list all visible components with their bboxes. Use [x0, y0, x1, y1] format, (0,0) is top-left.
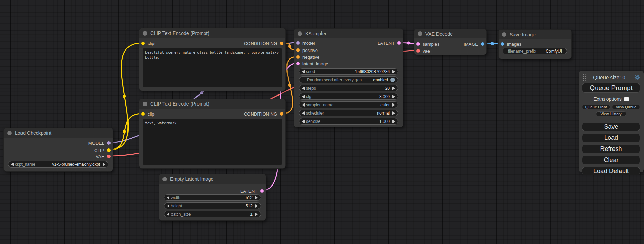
increment-arrow-icon[interactable]: [255, 213, 258, 216]
decrement-arrow-icon[interactable]: [11, 163, 14, 166]
view-history-button[interactable]: View History: [596, 111, 626, 116]
increment-arrow-icon[interactable]: [392, 87, 395, 90]
node-empty-latent-image[interactable]: Empty Latent Image LATENT width 512 heig…: [159, 174, 266, 221]
extra-options-label: Extra options: [593, 96, 622, 102]
output-port-image[interactable]: [481, 42, 484, 46]
output-port-conditioning[interactable]: [280, 42, 283, 45]
increment-arrow-icon[interactable]: [392, 103, 395, 107]
output-label-conditioning: CONDITIONING: [244, 41, 277, 46]
prompt-textarea[interactable]: beautiful scenery nature glass bottle la…: [143, 48, 282, 87]
increment-arrow-icon[interactable]: [103, 163, 105, 166]
widget-width[interactable]: width 512: [164, 194, 261, 201]
prompt-textarea[interactable]: text, watermark: [143, 119, 282, 165]
output-label-conditioning: CONDITIONING: [244, 111, 277, 117]
widget-height[interactable]: height 512: [164, 202, 261, 209]
node-ksampler[interactable]: KSampler model LATENT positive negative …: [294, 28, 403, 127]
node-title-bar[interactable]: CLIP Text Encode (Prompt): [139, 28, 285, 38]
queue-front-button[interactable]: Queue Front: [582, 105, 610, 109]
node-title-bar[interactable]: Save Image: [499, 30, 571, 39]
clear-button[interactable]: Clear: [582, 156, 640, 164]
decrement-arrow-icon[interactable]: [302, 111, 305, 115]
input-port-negative[interactable]: [296, 55, 300, 59]
input-port-images[interactable]: [501, 42, 504, 46]
widget-label: ckpt_name: [15, 162, 35, 167]
input-port-clip[interactable]: [141, 112, 145, 116]
toggle-knob-icon[interactable]: [390, 78, 395, 82]
widget-value: 512: [246, 195, 253, 200]
output-row-clip: CLIP: [4, 147, 113, 154]
decrement-arrow-icon[interactable]: [302, 103, 305, 107]
node-vae-decode[interactable]: VAE Decode samples IMAGE vae: [414, 29, 487, 55]
increment-arrow-icon[interactable]: [392, 120, 395, 123]
output-port-latent[interactable]: [260, 189, 264, 193]
widget-seed[interactable]: seed 156680208700286: [299, 68, 398, 75]
node-title: VAE Decode: [425, 31, 453, 37]
collapse-dot-icon[interactable]: [298, 31, 302, 36]
decrement-arrow-icon[interactable]: [302, 70, 305, 73]
decrement-arrow-icon[interactable]: [302, 87, 305, 90]
widget-scheduler[interactable]: scheduler normal: [299, 110, 398, 116]
node-title-bar[interactable]: KSampler: [294, 29, 403, 38]
input-port-model[interactable]: [296, 41, 300, 45]
output-label-model: MODEL: [88, 141, 104, 146]
input-row-vae: vae: [414, 47, 486, 54]
output-port-vae[interactable]: [107, 155, 111, 158]
increment-arrow-icon[interactable]: [392, 111, 395, 115]
widget-value: ComfyUI: [546, 49, 562, 54]
input-label-clip: clip: [148, 111, 155, 117]
decrement-arrow-icon[interactable]: [167, 204, 169, 208]
decrement-arrow-icon[interactable]: [302, 120, 305, 123]
load-default-button[interactable]: Load Default: [582, 167, 640, 175]
widget-batch-size[interactable]: batch_size 1: [164, 211, 261, 217]
input-port-latent-image[interactable]: [296, 62, 300, 65]
node-title: Save Image: [510, 32, 536, 37]
node-clip-text-encode-negative[interactable]: CLIP Text Encode (Prompt) clip CONDITION…: [139, 99, 286, 169]
widget-cfg[interactable]: cfg 8.000: [299, 93, 398, 100]
collapse-dot-icon[interactable]: [143, 102, 147, 106]
widget-filename-prefix[interactable]: filename_prefix ComfyUI: [503, 48, 567, 54]
collapse-dot-icon[interactable]: [162, 177, 167, 181]
node-title-bar[interactable]: VAE Decode: [414, 29, 486, 38]
node-load-checkpoint[interactable]: Load Checkpoint MODEL CLIP VAE ckpt_name…: [3, 128, 113, 172]
output-port-model[interactable]: [107, 141, 111, 145]
increment-arrow-icon[interactable]: [392, 70, 395, 73]
node-title-bar[interactable]: Load Checkpoint: [4, 128, 113, 138]
widget-denoise[interactable]: denoise 1.000: [299, 118, 398, 125]
increment-arrow-icon[interactable]: [255, 204, 258, 208]
node-clip-text-encode-positive[interactable]: CLIP Text Encode (Prompt) clip CONDITION…: [139, 28, 286, 91]
slot-row: samples IMAGE: [414, 40, 486, 47]
increment-arrow-icon[interactable]: [255, 196, 258, 199]
load-button[interactable]: Load: [582, 134, 640, 142]
input-port-vae[interactable]: [416, 49, 420, 53]
node-title-bar[interactable]: Empty Latent Image: [159, 174, 266, 184]
output-port-clip[interactable]: [107, 148, 111, 152]
widget-ckpt-name[interactable]: ckpt_name v1-5-pruned-emaonly.ckpt: [8, 161, 108, 168]
extra-options-checkbox[interactable]: [624, 97, 629, 101]
decrement-arrow-icon[interactable]: [167, 213, 169, 216]
node-save-image[interactable]: Save Image images filename_prefix ComfyU…: [498, 29, 572, 59]
input-port-positive[interactable]: [296, 48, 300, 52]
save-button[interactable]: Save: [582, 123, 640, 131]
collapse-dot-icon[interactable]: [7, 131, 12, 135]
collapse-dot-icon[interactable]: [143, 31, 147, 36]
increment-arrow-icon[interactable]: [392, 95, 395, 98]
view-queue-button[interactable]: View Queue: [612, 105, 641, 109]
collapse-dot-icon[interactable]: [418, 31, 422, 36]
widget-label: denoise: [306, 119, 320, 124]
input-port-samples[interactable]: [416, 42, 420, 46]
widget-label: scheduler: [306, 111, 324, 116]
widget-value: 8.000: [379, 94, 390, 99]
output-port-latent[interactable]: [397, 41, 401, 45]
settings-gear-icon[interactable]: [634, 74, 640, 80]
widget-steps[interactable]: steps 20: [299, 85, 398, 91]
decrement-arrow-icon[interactable]: [302, 95, 305, 98]
collapse-dot-icon[interactable]: [502, 32, 506, 37]
widget-sampler-name[interactable]: sampler_name euler: [299, 101, 398, 108]
decrement-arrow-icon[interactable]: [167, 196, 169, 199]
input-port-clip[interactable]: [141, 42, 145, 45]
refresh-button[interactable]: Refresh: [582, 145, 640, 153]
queue-prompt-button[interactable]: Queue Prompt: [582, 83, 640, 93]
node-title-bar[interactable]: CLIP Text Encode (Prompt): [139, 99, 285, 109]
widget-random-seed-toggle[interactable]: Random seed after every gen enabled: [299, 76, 398, 83]
output-port-conditioning[interactable]: [280, 112, 283, 116]
